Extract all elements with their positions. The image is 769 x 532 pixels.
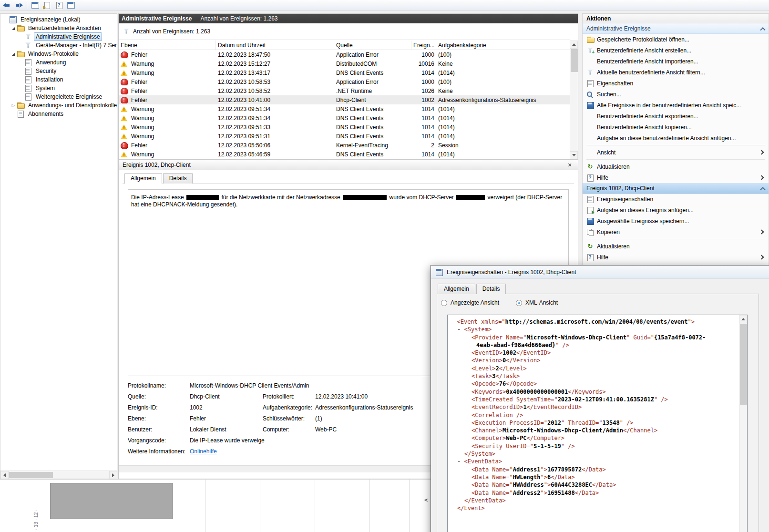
column-header-aufgabenkategorie[interactable]: Aufgabenkategorie bbox=[436, 41, 571, 50]
event-row[interactable]: Warnung12.02.2023 09:51:34DNS Client Eve… bbox=[119, 104, 571, 113]
scroll-left-button[interactable] bbox=[0, 471, 9, 479]
column-header-ereignis-id[interactable]: Ereign... bbox=[411, 41, 436, 50]
scroll-down-button[interactable] bbox=[570, 151, 578, 159]
event-id: 1014 bbox=[411, 115, 436, 122]
event-row[interactable]: Fehler12.02.2023 10:41:00Dhcp-Client1002… bbox=[119, 95, 571, 104]
action-item-kopieren[interactable]: Kopieren bbox=[583, 226, 769, 237]
action-item-benutzerdefinierte-ansicht-importieren[interactable]: Benutzerdefinierte Ansicht importieren..… bbox=[583, 56, 769, 67]
action-item-aufgabe-an-diese-benutzerdefinierte-ansicht-anfügen[interactable]: Aufgabe an diese benutzerdefinierte Ansi… bbox=[583, 133, 769, 143]
action-item-gespeicherte-protokolldatei-öffnen[interactable]: Gespeicherte Protokolldatei öffnen... bbox=[583, 34, 769, 45]
action-item-aktualisieren[interactable]: Aktualisieren bbox=[583, 161, 769, 172]
background-column-divider bbox=[315, 480, 315, 532]
scroll-up-button[interactable] bbox=[570, 41, 578, 49]
tree-item-label: Ereignisanzeige (Lokal) bbox=[19, 15, 82, 24]
event-level-cell: Warnung bbox=[119, 133, 216, 140]
event-id: 1026 bbox=[411, 88, 436, 94]
event-row[interactable]: Warnung12.02.2023 09:51:31DNS Client Eve… bbox=[119, 132, 571, 141]
close-preview-button[interactable]: × bbox=[565, 161, 574, 169]
event-category: (1014) bbox=[436, 151, 571, 158]
event-list-scrollbar[interactable] bbox=[570, 41, 578, 159]
tree-item-system[interactable]: System bbox=[0, 84, 117, 92]
action-group-header-ereignis-1002-dhcp-client[interactable]: Ereignis 1002, Dhcp-Client bbox=[583, 183, 769, 194]
tree-item-abonnements[interactable]: Abonnements bbox=[0, 110, 117, 118]
tree-item-label: Installation bbox=[34, 75, 65, 84]
dialog-tab-allgemein[interactable]: Allgemein bbox=[438, 284, 475, 294]
preview-tab-allgemein[interactable]: Allgemein bbox=[124, 173, 162, 184]
action-item-eigenschaften[interactable]: Eigenschaften bbox=[583, 78, 769, 89]
action-group-header-administrative-ereignisse[interactable]: Administrative Ereignisse bbox=[583, 23, 769, 34]
action-item-benutzerdefinierte-ansicht-exportieren[interactable]: Benutzerdefinierte Ansicht exportieren..… bbox=[583, 111, 769, 122]
action-item-aktualisieren[interactable]: Aktualisieren bbox=[583, 241, 769, 252]
action-item-label: Eigenschaften bbox=[597, 80, 765, 87]
event-row[interactable]: Warnung12.02.2023 09:51:33DNS Client Eve… bbox=[119, 123, 571, 132]
column-header-ebene[interactable]: Ebene bbox=[119, 41, 216, 50]
action-item-benutzerdefinierte-ansicht-kopieren[interactable]: Benutzerdefinierte Ansicht kopieren... bbox=[583, 122, 769, 133]
tree-item-benutzerdefinierte-ansichten[interactable]: Benutzerdefinierte Ansichten bbox=[0, 24, 117, 32]
scroll-up-button[interactable] bbox=[739, 315, 747, 323]
help-icon[interactable] bbox=[55, 1, 63, 9]
action-group-title: Ereignis 1002, Dhcp-Client bbox=[586, 185, 761, 192]
event-row[interactable]: Warnung12.02.2023 05:46:59DNS Client Eve… bbox=[119, 150, 571, 159]
action-item-benutzerdefinierte-ansicht-erstellen[interactable]: Benutzerdefinierte Ansicht erstellen... bbox=[583, 45, 769, 56]
action-item-aktuelle-benutzerdefinierte-ansicht-filtern[interactable]: Aktuelle benutzerdefinierte Ansicht filt… bbox=[583, 67, 769, 78]
action-item-label: Benutzerdefinierte Ansicht exportieren..… bbox=[597, 113, 765, 120]
scroll-right-button[interactable] bbox=[109, 471, 117, 479]
tree-item-installation[interactable]: Installation bbox=[0, 75, 117, 84]
event-level-text: Warnung bbox=[131, 70, 154, 76]
action-item-aufgabe-an-dieses-ereignis-anfügen[interactable]: Aufgabe an dieses Ereignis anfügen... bbox=[583, 205, 769, 215]
action-item-ansicht[interactable]: Ansicht bbox=[583, 147, 769, 158]
action-item-alle-ereignisse-in-der-benutzerdefinierten-ansicht-speic[interactable]: Alle Ereignisse in der benutzerdefiniert… bbox=[583, 100, 769, 111]
radio-angezeigte-ansicht[interactable]: Angezeigte Ansicht bbox=[441, 299, 499, 306]
xml-collapse-toggle[interactable]: - bbox=[450, 318, 457, 325]
action-item-ausgewählte-ereignisse-speichern[interactable]: Ausgewählte Ereignisse speichern... bbox=[583, 215, 769, 226]
actions-pane-title: Aktionen bbox=[583, 14, 769, 23]
action-item-suchen[interactable]: Suchen... bbox=[583, 89, 769, 100]
action-pane-icon[interactable] bbox=[67, 1, 75, 9]
action-item-ereigniseigenschaften[interactable]: Ereigniseigenschaften bbox=[583, 194, 769, 205]
expander-spacer bbox=[18, 76, 24, 83]
expander-collapsed-icon[interactable]: ▷ bbox=[10, 102, 17, 109]
event-row[interactable]: Warnung12.02.2023 13:43:17DNS Client Eve… bbox=[119, 68, 571, 77]
tree-item-geräte-manager-intel(r)-7-series[interactable]: Geräte-Manager - Intel(R) 7 Series... bbox=[0, 41, 117, 50]
xml-line: - <Event xmlns="http://schemas.microsoft… bbox=[449, 318, 738, 326]
scrollbar-thumb[interactable] bbox=[9, 472, 53, 478]
xml-collapse-toggle[interactable]: - bbox=[457, 326, 464, 333]
column-header-datum[interactable]: Datum und Uhrzeit bbox=[216, 41, 334, 50]
tree-item-ereignisanzeige-(lokal)[interactable]: Ereignisanzeige (Lokal) bbox=[0, 15, 117, 24]
dialog-tab-details[interactable]: Details bbox=[476, 284, 506, 294]
event-row[interactable]: Fehler12.02.2023 05:50:06Kernel-EventTra… bbox=[119, 141, 571, 150]
tree-item-weitergeleitete-ereignisse[interactable]: Weitergeleitete Ereignisse bbox=[0, 92, 117, 101]
expander-expanded-icon[interactable] bbox=[10, 25, 17, 31]
xml-line: <Keywords>0x4000000000000001</Keywords> bbox=[449, 388, 738, 396]
event-list: Fehler12.02.2023 18:47:50Application Err… bbox=[119, 50, 571, 159]
tree-item-anwendungs-und-dienstprotokolle[interactable]: ▷Anwendungs- und Dienstprotokolle bbox=[0, 101, 117, 110]
scrollbar-thumb[interactable] bbox=[571, 49, 578, 72]
event-row[interactable]: Fehler12.02.2023 18:47:50Application Err… bbox=[119, 50, 571, 59]
column-header-quelle[interactable]: Quelle bbox=[334, 41, 411, 50]
preview-tab-details[interactable]: Details bbox=[163, 173, 193, 184]
forward-icon[interactable] bbox=[15, 1, 23, 9]
tree-item-security[interactable]: Security bbox=[0, 67, 117, 75]
event-row[interactable]: Warnung12.02.2023 09:51:34DNS Client Eve… bbox=[119, 113, 571, 123]
radio-xml-ansicht[interactable]: XML-Ansicht bbox=[516, 299, 558, 306]
onlinehilfe-link[interactable]: Onlinehilfe bbox=[190, 448, 217, 455]
event-datetime: 12.02.2023 13:43:17 bbox=[216, 70, 334, 76]
show-hide-console-tree-icon[interactable] bbox=[31, 1, 39, 9]
dialog-title-bar[interactable]: Ereigniseigenschaften - Ereignis 1002, D… bbox=[431, 266, 769, 279]
tree-item-windows-protokolle[interactable]: Windows-Protokolle bbox=[0, 50, 117, 58]
expander-expanded-icon[interactable] bbox=[10, 51, 17, 57]
event-row[interactable]: Fehler12.02.2023 10:58:53Application Err… bbox=[119, 77, 571, 86]
back-icon[interactable] bbox=[3, 1, 11, 9]
xml-collapse-toggle[interactable]: - bbox=[457, 458, 464, 465]
event-row[interactable]: Warnung12.02.2023 15:12:27DistributedCOM… bbox=[119, 59, 571, 68]
tree-item-anwendung[interactable]: Anwendung bbox=[0, 58, 117, 67]
tree-item-administrative-ereignisse[interactable]: Administrative Ereignisse bbox=[0, 32, 117, 41]
scrollbar-thumb[interactable] bbox=[740, 324, 747, 405]
action-item-hilfe[interactable]: Hilfe bbox=[583, 172, 769, 183]
xml-scrollbar[interactable] bbox=[739, 315, 747, 532]
expander-spacer bbox=[18, 85, 24, 92]
tree-horizontal-scrollbar[interactable] bbox=[0, 471, 117, 479]
export-list-icon[interactable] bbox=[43, 1, 51, 9]
event-row[interactable]: Fehler12.02.2023 10:58:52.NET Runtime102… bbox=[119, 86, 571, 95]
action-item-hilfe[interactable]: Hilfe bbox=[583, 252, 769, 263]
